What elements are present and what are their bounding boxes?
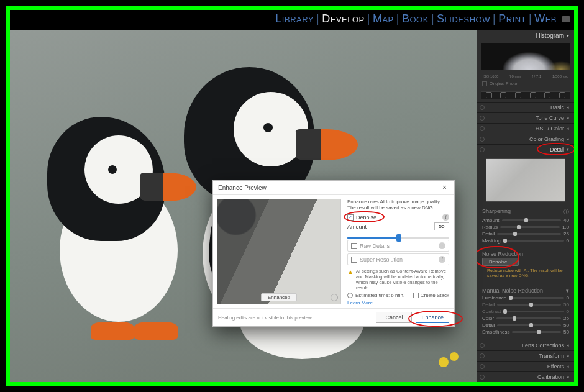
annotation-circle <box>344 211 385 222</box>
create-stack-checkbox[interactable] <box>413 293 419 298</box>
zoom-icon[interactable] <box>331 294 338 301</box>
hist-aperture: f / 7.1 <box>532 75 541 78</box>
histogram[interactable]: ISO 1600 70 mm f / 7.1 1/500 sec <box>481 43 570 70</box>
sharp-mask-slider[interactable] <box>503 240 564 242</box>
dialog-title: Enhance Preview <box>218 185 267 191</box>
enhance-preview-image[interactable]: Enhanced <box>217 199 341 304</box>
noise-reduction-group: Noise Reduction Denoise… Reduce noise wi… <box>477 248 574 286</box>
develop-toolstrip[interactable] <box>481 91 570 99</box>
raw-details-label: Raw Details <box>360 243 390 249</box>
module-hsl[interactable]: HSL / Color◂ <box>477 123 574 134</box>
raw-details-checkbox[interactable] <box>351 243 357 249</box>
collapse-icon: ▾ <box>567 33 569 39</box>
create-stack-label: Create Stack <box>421 293 449 298</box>
nav-book[interactable]: Book <box>402 12 429 25</box>
close-icon[interactable]: × <box>440 183 449 192</box>
clock-icon <box>347 293 353 298</box>
sharp-amount-slider[interactable] <box>502 219 562 221</box>
nav-develop[interactable]: Develop <box>322 12 365 25</box>
info-icon[interactable]: ⓘ <box>563 208 569 216</box>
module-picker[interactable]: Library| Develop| Map| Book| Slideshow| … <box>275 12 570 25</box>
amount-input[interactable] <box>434 222 449 230</box>
module-basic[interactable]: Basic◂ <box>477 102 574 112</box>
module-tone[interactable]: Tone Curve◂ <box>477 112 574 123</box>
module-transform[interactable]: Transform◂ <box>477 350 574 361</box>
sharpening-title: Sharpening <box>482 208 511 216</box>
annotation-circle <box>477 246 519 268</box>
info-icon[interactable]: i <box>439 256 445 263</box>
nav-map[interactable]: Map <box>373 12 394 25</box>
module-lens[interactable]: Lens Corrections◂ <box>477 340 574 350</box>
footer-note: Healing edits are not visible in this pr… <box>218 315 372 321</box>
annotation-circle <box>408 311 463 327</box>
right-panel: Histogram ▾ ISO 1600 70 mm f / 7.1 1/500… <box>477 30 574 382</box>
nav-slideshow[interactable]: Slideshow <box>437 12 490 25</box>
module-effects[interactable]: Effects◂ <box>477 361 574 371</box>
hist-shutter: 1/500 sec <box>552 75 568 78</box>
detail-preview[interactable] <box>486 158 565 202</box>
annotation-circle <box>537 143 574 155</box>
warning-icon: ▲ <box>347 268 354 291</box>
sharp-radius-slider[interactable] <box>500 226 560 228</box>
dialog-intro: Enhance uses AI to improve image quality… <box>347 199 449 211</box>
sharp-detail-slider[interactable] <box>497 233 561 235</box>
cancel-button[interactable]: Cancel <box>376 312 412 323</box>
hist-focal: 70 mm <box>509 75 521 78</box>
estimated-time: Estimated time: 6 min. <box>355 293 404 298</box>
manual-nr-title: Manual Noise Reduction <box>482 288 543 294</box>
warning-text: AI settings such as Content-Aware Remove… <box>356 268 449 291</box>
info-icon[interactable]: i <box>439 242 445 249</box>
nr-lum-slider[interactable] <box>509 297 563 299</box>
histogram-label: Histogram <box>536 32 564 39</box>
collapse-icon[interactable]: ▾ <box>566 288 569 294</box>
module-grading[interactable]: Color Grading◂ <box>477 134 574 144</box>
second-monitor-icon[interactable] <box>562 16 570 22</box>
module-calibration[interactable]: Calibration◂ <box>477 371 574 382</box>
manual-nr-group: Manual Noise Reduction▾ Luminance0 Detai… <box>477 285 574 340</box>
learn-more-link[interactable]: Learn More <box>347 300 449 306</box>
nav-library[interactable]: Library <box>275 12 314 25</box>
nav-print[interactable]: Print <box>498 12 526 25</box>
enhance-dialog: Enhance Preview × Enhanced Enhance uses … <box>212 180 455 327</box>
preview-badge: Enhanced <box>261 293 297 301</box>
info-icon[interactable]: i <box>442 214 449 221</box>
nr-color-slider[interactable] <box>496 317 561 319</box>
amount-label: Amount <box>347 224 367 230</box>
super-res-label: Super Resolution <box>360 257 403 263</box>
original-checkbox[interactable] <box>482 81 487 86</box>
amount-slider[interactable] <box>347 232 449 235</box>
hist-iso: ISO 1600 <box>483 75 498 78</box>
module-detail[interactable]: Detail▾ <box>477 144 574 155</box>
sharpening-group: Sharpeningⓘ Amount40 Radius1.0 Detail25 … <box>477 206 574 248</box>
nav-web[interactable]: Web <box>534 12 557 25</box>
super-res-checkbox[interactable] <box>351 257 357 263</box>
original-photo-label: Original Photo <box>490 81 517 86</box>
